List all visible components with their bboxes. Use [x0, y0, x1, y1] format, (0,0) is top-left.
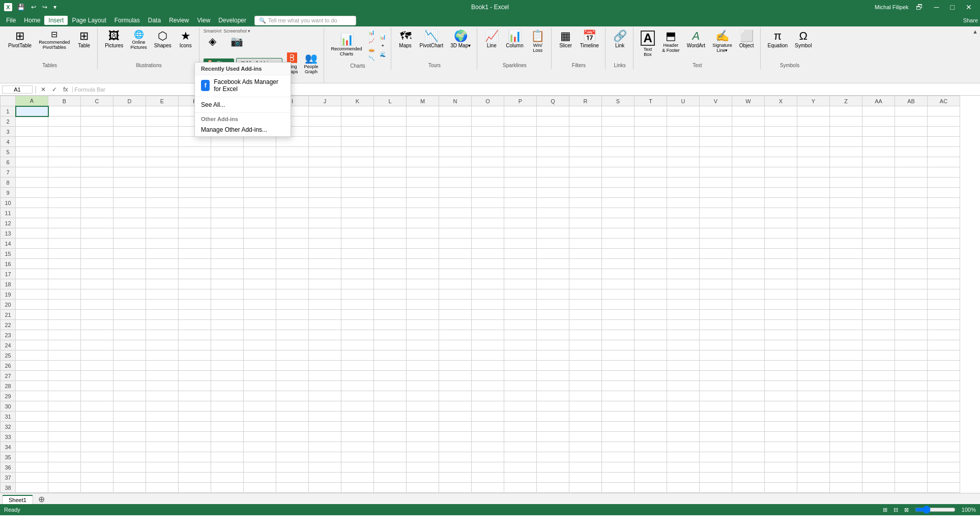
cell-A3[interactable] [16, 127, 48, 137]
cell-Z25[interactable] [830, 350, 862, 361]
cell-W29[interactable] [732, 391, 765, 401]
cell-E10[interactable] [146, 198, 179, 208]
cell-L29[interactable] [374, 391, 407, 401]
cell-C22[interactable] [81, 320, 113, 330]
cell-Z11[interactable] [830, 208, 862, 218]
cell-P10[interactable] [504, 198, 537, 208]
cell-R34[interactable] [569, 442, 602, 452]
cell-Q15[interactable] [537, 249, 569, 259]
pictures-button[interactable]: 🖼 Pictures [102, 28, 126, 50]
cell-M22[interactable] [407, 320, 439, 330]
cell-Q38[interactable] [537, 483, 569, 493]
cell-D21[interactable] [113, 310, 146, 320]
cell-X28[interactable] [765, 381, 797, 391]
cell-E1[interactable] [146, 106, 179, 116]
cell-A33[interactable] [16, 432, 48, 442]
cell-E7[interactable] [146, 167, 179, 178]
cell-Q2[interactable] [537, 116, 569, 127]
line-sparkline-button[interactable]: 📈 Line [481, 28, 502, 50]
cell-B10[interactable] [48, 198, 81, 208]
cell-Z23[interactable] [830, 330, 862, 340]
cell-V20[interactable] [700, 300, 732, 310]
cell-Z33[interactable] [830, 432, 862, 442]
cell-D18[interactable] [113, 279, 146, 289]
cell-T29[interactable] [635, 391, 667, 401]
cell-Y20[interactable] [797, 300, 830, 310]
cell-U34[interactable] [667, 442, 700, 452]
cell-W23[interactable] [732, 330, 765, 340]
cell-B30[interactable] [48, 401, 81, 412]
cell-L9[interactable] [374, 188, 407, 198]
cell-T22[interactable] [635, 320, 667, 330]
cell-J13[interactable] [309, 228, 341, 239]
cell-F15[interactable] [179, 249, 211, 259]
cell-W13[interactable] [732, 228, 765, 239]
cell-X34[interactable] [765, 442, 797, 452]
cell-B22[interactable] [48, 320, 81, 330]
cell-S7[interactable] [602, 167, 635, 178]
cell-C5[interactable] [81, 147, 113, 157]
cell-O17[interactable] [472, 269, 504, 279]
cell-U31[interactable] [667, 412, 700, 422]
cell-AB8[interactable] [895, 178, 928, 188]
cell-AA38[interactable] [862, 483, 895, 493]
cell-S38[interactable] [602, 483, 635, 493]
cell-S34[interactable] [602, 442, 635, 452]
cell-V24[interactable] [700, 340, 732, 350]
cell-L10[interactable] [374, 198, 407, 208]
cell-I24[interactable] [276, 340, 309, 350]
cell-Y26[interactable] [797, 361, 830, 371]
cell-AC13[interactable] [928, 228, 960, 239]
cell-X32[interactable] [765, 422, 797, 432]
cell-B8[interactable] [48, 178, 81, 188]
cell-N28[interactable] [439, 381, 472, 391]
screenshot-button[interactable]: 📷 [228, 34, 245, 48]
cell-K23[interactable] [341, 330, 374, 340]
cell-X4[interactable] [765, 137, 797, 147]
cell-Y29[interactable] [797, 391, 830, 401]
cell-K4[interactable] [341, 137, 374, 147]
cell-P36[interactable] [504, 462, 537, 473]
cell-G10[interactable] [211, 198, 244, 208]
cell-N9[interactable] [439, 188, 472, 198]
cell-AB2[interactable] [895, 116, 928, 127]
win-loss-button[interactable]: 📋 Win/Loss [528, 28, 548, 55]
cell-P19[interactable] [504, 289, 537, 300]
cell-C35[interactable] [81, 452, 113, 462]
people-graph-button[interactable]: 👥 PeopleGraph [302, 51, 320, 75]
cell-J16[interactable] [309, 259, 341, 269]
cell-P28[interactable] [504, 381, 537, 391]
cell-T37[interactable] [635, 473, 667, 483]
cell-Q6[interactable] [537, 157, 569, 167]
cell-F37[interactable] [179, 473, 211, 483]
cell-Q1[interactable] [537, 106, 569, 116]
cell-W2[interactable] [732, 116, 765, 127]
cell-C7[interactable] [81, 167, 113, 178]
cell-L32[interactable] [374, 422, 407, 432]
col-header-X[interactable]: X [765, 96, 797, 106]
cell-S13[interactable] [602, 228, 635, 239]
cell-Q37[interactable] [537, 473, 569, 483]
manage-other-item[interactable]: Manage Other Add-ins... [195, 123, 291, 136]
cell-Y35[interactable] [797, 452, 830, 462]
cell-P18[interactable] [504, 279, 537, 289]
sheet-area[interactable]: A B C D E F G H I J K L M N O P Q [0, 96, 980, 493]
cell-W4[interactable] [732, 137, 765, 147]
cell-M33[interactable] [407, 432, 439, 442]
cell-O37[interactable] [472, 473, 504, 483]
cell-AC29[interactable] [928, 391, 960, 401]
col-header-C[interactable]: C [81, 96, 113, 106]
cell-A1[interactable] [16, 106, 48, 116]
cell-AB10[interactable] [895, 198, 928, 208]
cell-Y19[interactable] [797, 289, 830, 300]
cell-E28[interactable] [146, 381, 179, 391]
cell-L13[interactable] [374, 228, 407, 239]
cell-Q25[interactable] [537, 350, 569, 361]
cell-J9[interactable] [309, 188, 341, 198]
cell-G20[interactable] [211, 300, 244, 310]
cell-C34[interactable] [81, 442, 113, 452]
cell-Z2[interactable] [830, 116, 862, 127]
cell-N19[interactable] [439, 289, 472, 300]
cell-AC11[interactable] [928, 208, 960, 218]
cell-O28[interactable] [472, 381, 504, 391]
